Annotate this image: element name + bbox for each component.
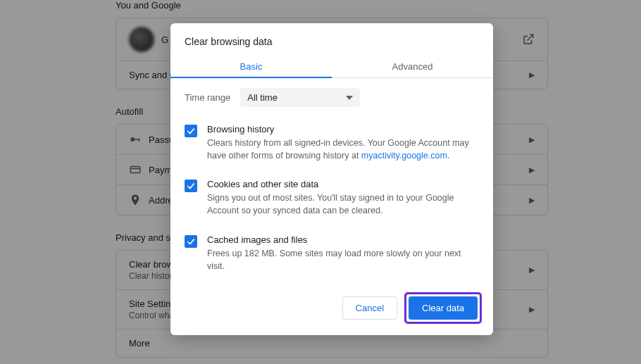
option-browsing-history: Browsing history Clears history from all…	[185, 115, 479, 170]
tab-basic[interactable]: Basic	[170, 54, 332, 77]
time-range-row: Time range All time	[170, 78, 493, 111]
tab-advanced[interactable]: Advanced	[332, 54, 493, 77]
option-desc: Signs you out of most sites. You'll stay…	[207, 192, 479, 217]
chevron-down-icon	[346, 96, 353, 100]
option-desc: Clears history from all signed-in device…	[207, 137, 479, 162]
option-title: Cookies and other site data	[207, 179, 479, 189]
time-range-select[interactable]: All time	[240, 88, 360, 107]
checkbox-browsing-history[interactable]	[185, 125, 197, 137]
clear-browsing-data-dialog: Clear browsing data Basic Advanced Time …	[170, 23, 493, 335]
checkbox-cookies[interactable]	[185, 180, 197, 192]
option-title: Cached images and files	[207, 234, 479, 245]
time-range-value: All time	[247, 92, 278, 103]
time-range-label: Time range	[185, 92, 230, 103]
option-title: Browsing history	[207, 124, 479, 134]
dialog-tabs: Basic Advanced	[170, 54, 493, 78]
myactivity-link[interactable]: myactivity.google.com	[361, 151, 447, 161]
checkbox-cache[interactable]	[185, 235, 197, 248]
highlight-frame: Clear data	[404, 292, 482, 324]
clear-data-button[interactable]: Clear data	[409, 296, 478, 320]
cancel-button[interactable]: Cancel	[342, 296, 397, 320]
options-list: Browsing history Clears history from all…	[170, 111, 493, 281]
dialog-title: Clear browsing data	[170, 23, 493, 54]
option-cache: Cached images and files Frees up 182 MB.…	[185, 226, 479, 281]
option-desc: Frees up 182 MB. Some sites may load mor…	[207, 247, 479, 272]
dialog-actions: Cancel Clear data	[170, 281, 493, 335]
option-cookies: Cookies and other site data Signs you ou…	[185, 170, 479, 225]
